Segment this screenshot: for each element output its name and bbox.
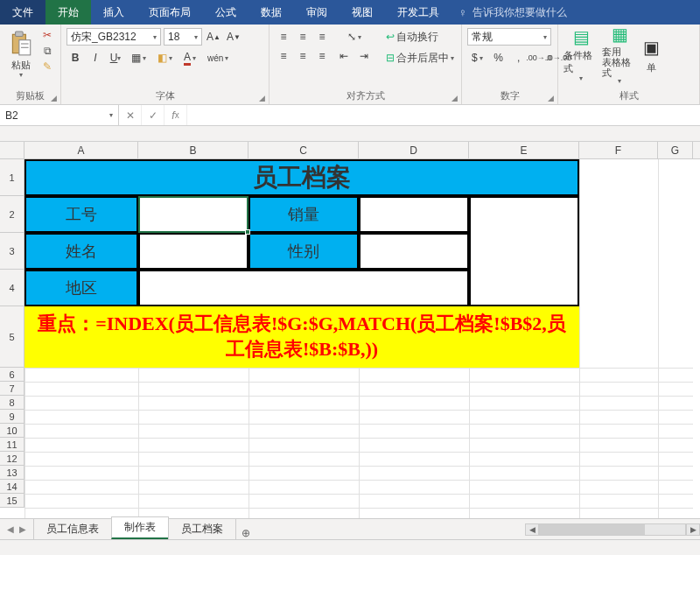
increase-indent-icon[interactable]: ⇥ (355, 47, 373, 65)
row-header-6[interactable]: 6 (0, 368, 24, 382)
align-left-icon[interactable]: ≡ (275, 47, 292, 65)
cell-a2[interactable]: 工号 (24, 196, 138, 233)
row-header-5[interactable]: 5 (0, 306, 24, 368)
tab-view[interactable]: 视图 (340, 0, 385, 25)
row-header-7[interactable]: 7 (0, 382, 24, 396)
fx-icon[interactable]: fx (164, 105, 187, 125)
tab-layout[interactable]: 页面布局 (136, 0, 203, 25)
tell-me-search[interactable]: ♀ 告诉我你想要做什么 (452, 0, 567, 25)
wrap-text-button[interactable]: ↩ 自动换行 (382, 28, 462, 46)
increase-font-icon[interactable]: A▲ (205, 28, 222, 46)
cell-title[interactable]: 员工档案 (24, 159, 579, 196)
increase-decimal-icon[interactable]: .00→.0 (530, 49, 548, 67)
row-header-1[interactable]: 1 (0, 159, 24, 196)
row-header-12[interactable]: 12 (0, 452, 24, 466)
col-header-f[interactable]: F (579, 142, 658, 158)
decrease-font-icon[interactable]: A▼ (225, 28, 242, 46)
conditional-format-button[interactable]: ▤ 条件格式 ▾ (564, 28, 598, 81)
select-all-corner[interactable] (0, 142, 24, 158)
sheet-tab-info[interactable]: 员工信息表 (33, 518, 112, 539)
orientation-button[interactable]: ⤡▾ (343, 28, 366, 46)
scroll-left-icon[interactable]: ◀ (525, 523, 539, 536)
bold-button[interactable]: B (66, 49, 84, 67)
tab-data[interactable]: 数据 (248, 0, 294, 25)
row-header-8[interactable]: 8 (0, 396, 24, 410)
dialog-launcher-icon[interactable]: ◢ (259, 94, 265, 102)
cell-b2[interactable] (138, 196, 248, 233)
format-as-table-button[interactable]: ▦ 套用 表格格式 ▾ (602, 28, 637, 81)
col-header-g[interactable]: G (658, 142, 693, 158)
row-header-13[interactable]: 13 (0, 466, 24, 480)
fill-color-button[interactable]: ◧▾ (153, 49, 177, 67)
col-header-b[interactable]: B (138, 142, 248, 158)
row-header-14[interactable]: 14 (0, 480, 24, 494)
phonetic-button[interactable]: wén▾ (203, 49, 233, 67)
worksheet-grid[interactable]: A B C D E F G 1 2 3 4 5 6 7 8 9 10 11 12… (0, 142, 700, 555)
align-top-icon[interactable]: ≡ (275, 28, 292, 46)
align-bottom-icon[interactable]: ≡ (313, 28, 331, 46)
sheet-tab-archive[interactable]: 员工档案 (168, 518, 236, 539)
cell-d3[interactable] (359, 233, 469, 270)
name-box[interactable]: B2 ▾ (0, 105, 119, 125)
row-header-11[interactable]: 11 (0, 438, 24, 452)
underline-button[interactable]: U▾ (107, 49, 124, 67)
cell-styles-button[interactable]: ▣ 单 (640, 28, 662, 81)
tab-insert[interactable]: 插入 (91, 0, 136, 25)
dialog-launcher-icon[interactable]: ◢ (548, 94, 554, 102)
add-sheet-button[interactable]: ⊕ (235, 527, 256, 539)
accept-formula-icon[interactable]: ✓ (142, 105, 164, 125)
italic-button[interactable]: I (87, 49, 104, 67)
sheet-nav-prev-icon[interactable]: ◀ (7, 524, 14, 534)
cell-c2[interactable]: 销量 (248, 196, 359, 233)
cell-b4[interactable] (138, 270, 469, 306)
paste-button[interactable]: 粘贴 ▾ (5, 28, 36, 81)
number-format-select[interactable]: 常规 ▾ (467, 28, 551, 46)
align-center-icon[interactable]: ≡ (294, 47, 312, 65)
tab-dev[interactable]: 开发工具 (385, 0, 452, 25)
percent-format-button[interactable]: % (490, 49, 508, 67)
dialog-launcher-icon[interactable]: ◢ (51, 94, 57, 102)
border-button[interactable]: ▦▾ (127, 49, 150, 67)
row-header-15[interactable]: 15 (0, 494, 24, 508)
align-right-icon[interactable]: ≡ (313, 47, 331, 65)
cell-c3[interactable]: 性别 (248, 233, 359, 270)
scroll-right-icon[interactable]: ▶ (686, 523, 700, 536)
format-painter-icon[interactable]: ✎ (39, 60, 55, 74)
cut-icon[interactable]: ✂ (39, 28, 55, 42)
tab-file[interactable]: 文件 (0, 0, 46, 25)
copy-icon[interactable]: ⧉ (39, 44, 55, 58)
align-middle-icon[interactable]: ≡ (294, 28, 312, 46)
cell-d2[interactable] (359, 196, 469, 233)
col-header-d[interactable]: D (359, 142, 469, 158)
tab-review[interactable]: 审阅 (294, 0, 340, 25)
scroll-thumb[interactable] (540, 524, 645, 535)
sheet-nav-next-icon[interactable]: ▶ (19, 524, 26, 534)
cell-formula-note[interactable]: 重点：=INDEX(员工信息表!$G:$G,MATCH(员工档案!$B$2,员工… (24, 306, 579, 368)
accounting-format-button[interactable]: $▾ (467, 49, 487, 67)
comma-format-button[interactable]: , (510, 49, 528, 67)
decrease-indent-icon[interactable]: ⇤ (335, 47, 353, 65)
sheet-tab-make[interactable]: 制作表 (111, 516, 169, 539)
font-size-select[interactable]: 18 ▾ (164, 28, 202, 46)
col-header-c[interactable]: C (248, 142, 359, 158)
row-header-10[interactable]: 10 (0, 424, 24, 438)
horizontal-scrollbar[interactable]: ◀ ▶ (525, 520, 700, 539)
formula-input[interactable] (187, 105, 700, 125)
row-header-4[interactable]: 4 (0, 270, 24, 306)
row-header-9[interactable]: 9 (0, 410, 24, 424)
row-header-3[interactable]: 3 (0, 233, 24, 270)
tab-formulas[interactable]: 公式 (203, 0, 248, 25)
row-header-2[interactable]: 2 (0, 196, 24, 233)
chevron-down-icon: ▾ (19, 71, 23, 79)
cell-a4[interactable]: 地区 (24, 270, 138, 306)
cell-a3[interactable]: 姓名 (24, 233, 138, 270)
cancel-formula-icon[interactable]: ✕ (119, 105, 142, 125)
cell-photo[interactable] (469, 196, 579, 306)
col-header-e[interactable]: E (469, 142, 579, 158)
font-name-select[interactable]: 仿宋_GB2312 ▾ (66, 28, 161, 46)
font-color-button[interactable]: A▾ (179, 49, 200, 67)
tab-home[interactable]: 开始 (46, 0, 91, 25)
cell-b3[interactable] (138, 233, 248, 270)
col-header-a[interactable]: A (24, 142, 138, 158)
dialog-launcher-icon[interactable]: ◢ (452, 94, 458, 102)
